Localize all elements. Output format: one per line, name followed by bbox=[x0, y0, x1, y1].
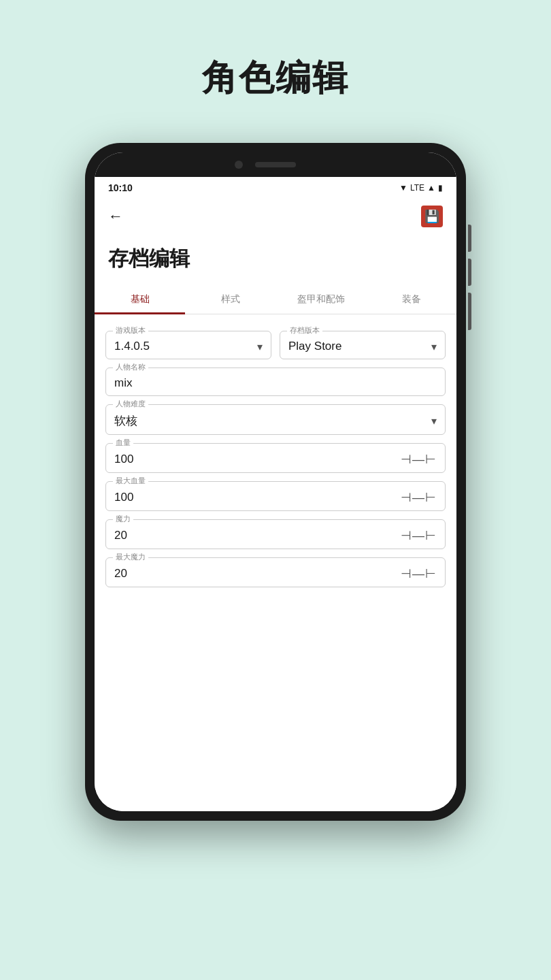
tabs-bar: 基础 样式 盔甲和配饰 装备 bbox=[95, 287, 456, 314]
power-button bbox=[468, 293, 471, 330]
signal-text: LTE bbox=[410, 183, 424, 193]
game-version-label: 游戏版本 bbox=[113, 325, 148, 336]
app-content: ← 💾 存档编辑 基础 样式 盔甲和配饰 装备 bbox=[95, 199, 456, 811]
phone-frame: 10:10 ▼ LTE ▲ ▮ ← 💾 存档编辑 基础 bbox=[85, 143, 466, 821]
form-area: 游戏版本 1.4.0.5 ▾ 存档版本 Play Store ▾ bbox=[95, 325, 456, 598]
app-toolbar: ← 💾 bbox=[95, 199, 456, 234]
max-health-value: 100 ⊣—⊢ bbox=[114, 487, 437, 505]
max-mana-stepper[interactable]: ⊣—⊢ bbox=[401, 566, 437, 581]
save-version-value: Play Store ▾ bbox=[288, 337, 437, 353]
page-title: 角色编辑 bbox=[202, 54, 349, 102]
camera bbox=[235, 161, 243, 169]
health-stepper[interactable]: ⊣—⊢ bbox=[401, 452, 437, 467]
character-name-value: mix bbox=[114, 374, 437, 390]
game-version-value: 1.4.0.5 ▾ bbox=[114, 337, 263, 353]
volume-button-1 bbox=[468, 225, 471, 252]
difficulty-label: 人物难度 bbox=[113, 399, 148, 409]
signal-icon: ▲ bbox=[427, 183, 435, 193]
tab-style[interactable]: 样式 bbox=[185, 287, 276, 314]
save-icon: 💾 bbox=[424, 209, 439, 224]
status-icons: ▼ LTE ▲ ▮ bbox=[399, 183, 443, 193]
wifi-icon: ▼ bbox=[399, 183, 407, 193]
tab-equipment[interactable]: 装备 bbox=[366, 287, 456, 314]
health-value: 100 ⊣—⊢ bbox=[114, 449, 437, 467]
save-button[interactable]: 💾 bbox=[421, 206, 443, 227]
speaker bbox=[255, 162, 296, 167]
difficulty-value: 软核 ▾ bbox=[114, 410, 437, 429]
version-row: 游戏版本 1.4.0.5 ▾ 存档版本 Play Store ▾ bbox=[105, 331, 446, 359]
save-version-label: 存档版本 bbox=[287, 325, 322, 336]
mana-label: 魔力 bbox=[113, 514, 133, 524]
character-name-label: 人物名称 bbox=[113, 362, 148, 372]
max-mana-label: 最大魔力 bbox=[113, 552, 148, 562]
max-health-label: 最大血量 bbox=[113, 476, 148, 486]
back-button[interactable]: ← bbox=[108, 208, 123, 225]
save-version-chevron: ▾ bbox=[431, 340, 437, 353]
max-mana-field[interactable]: 最大魔力 20 ⊣—⊢ bbox=[105, 557, 446, 587]
status-time: 10:10 bbox=[108, 182, 133, 193]
health-label: 血量 bbox=[113, 438, 133, 448]
phone-screen: 10:10 ▼ LTE ▲ ▮ ← 💾 存档编辑 基础 bbox=[95, 152, 456, 811]
difficulty-chevron: ▾ bbox=[431, 414, 437, 427]
game-version-field[interactable]: 游戏版本 1.4.0.5 ▾ bbox=[105, 331, 271, 359]
status-bar: 10:10 ▼ LTE ▲ ▮ bbox=[95, 177, 456, 199]
max-mana-value: 20 ⊣—⊢ bbox=[114, 564, 437, 581]
save-version-field[interactable]: 存档版本 Play Store ▾ bbox=[280, 331, 446, 359]
app-page-title: 存档编辑 bbox=[95, 234, 456, 287]
character-name-field[interactable]: 人物名称 mix bbox=[105, 368, 446, 396]
battery-icon: ▮ bbox=[438, 183, 443, 193]
tab-armor[interactable]: 盔甲和配饰 bbox=[276, 287, 366, 314]
max-health-stepper[interactable]: ⊣—⊢ bbox=[401, 490, 437, 505]
volume-button-2 bbox=[468, 259, 471, 286]
mana-value: 20 ⊣—⊢ bbox=[114, 525, 437, 543]
difficulty-field[interactable]: 人物难度 软核 ▾ bbox=[105, 404, 446, 435]
mana-stepper[interactable]: ⊣—⊢ bbox=[401, 528, 437, 543]
mana-field[interactable]: 魔力 20 ⊣—⊢ bbox=[105, 519, 446, 549]
phone-notch bbox=[95, 152, 456, 177]
health-field[interactable]: 血量 100 ⊣—⊢ bbox=[105, 443, 446, 473]
game-version-chevron: ▾ bbox=[257, 340, 263, 353]
max-health-field[interactable]: 最大血量 100 ⊣—⊢ bbox=[105, 481, 446, 511]
tab-basic[interactable]: 基础 bbox=[95, 287, 185, 314]
